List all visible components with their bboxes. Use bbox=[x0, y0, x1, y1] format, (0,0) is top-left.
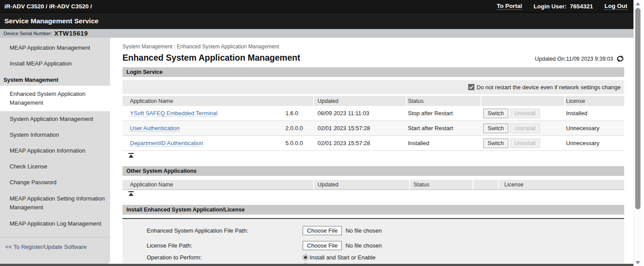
breadcrumb: System Management : Enhanced System Appl… bbox=[122, 44, 624, 50]
login-service-header: Login Service bbox=[122, 67, 624, 77]
scroll-down-arrow-icon[interactable] bbox=[635, 260, 640, 265]
serial-label: Device Serial Number: bbox=[4, 31, 52, 36]
login-service-table-header: Application Name Updated Status License bbox=[122, 96, 624, 106]
app-link-departmentid-authentication[interactable]: DepartmentID Authentication bbox=[130, 140, 203, 147]
main-area: System Management : Enhanced System Appl… bbox=[111, 38, 633, 264]
appbar: Service Management Service bbox=[0, 12, 633, 29]
login-user-value: 7654321 bbox=[570, 3, 593, 10]
column-actions bbox=[481, 96, 565, 106]
table-row: YSoft SAFEQ Embedded Terminal 1.6.0 08/0… bbox=[122, 106, 624, 121]
app-license: Installed bbox=[565, 110, 624, 117]
app-version: 5.0.0.0 bbox=[282, 140, 314, 146]
to-portal-link[interactable]: To Portal bbox=[497, 3, 522, 10]
app-status: Installed bbox=[407, 140, 481, 146]
sidebar-item-meap-application-management[interactable]: MEAP Application Management bbox=[0, 40, 110, 56]
operation-to-perform-label: Operation to Perform: bbox=[147, 254, 303, 261]
sidebar-item-meap-application-log-management[interactable]: MEAP Application Log Management bbox=[0, 216, 110, 232]
app-file-path-label: Enhanced System Application File Path: bbox=[147, 227, 303, 234]
app-updated: 02/01 2023 15:57:28 bbox=[314, 140, 407, 146]
column-actions bbox=[474, 180, 499, 189]
install-form: Enhanced System Application File Path: C… bbox=[122, 218, 624, 263]
column-status: Status bbox=[407, 96, 481, 106]
updated-on-text: Updated On:11/09 2023 9:39:03 bbox=[535, 56, 613, 62]
page-title: Enhanced System Application Management bbox=[122, 53, 300, 63]
app-license: Unnecessary bbox=[565, 125, 624, 131]
radio-install-and-start[interactable] bbox=[303, 255, 308, 260]
sidebar: MEAP Application Management Install MEAP… bbox=[0, 38, 110, 264]
no-file-chosen-text: No file chosen bbox=[345, 242, 381, 249]
radio-only-install[interactable] bbox=[303, 263, 308, 263]
sidebar-section-system-management: System Management bbox=[0, 72, 110, 86]
table-row: User Authentication 2.0.0.0 02/01 2023 1… bbox=[122, 121, 624, 136]
app-updated: 02/01 2023 15:57:28 bbox=[314, 125, 407, 131]
no-restart-checkbox[interactable] bbox=[468, 84, 474, 90]
column-application-name: Application Name bbox=[122, 180, 314, 189]
table-row: DepartmentID Authentication 5.0.0.0 02/0… bbox=[122, 136, 624, 151]
radio-install-and-start-label[interactable]: Install and Start or Enable bbox=[310, 254, 376, 261]
uninstall-button: Uninstall bbox=[510, 138, 540, 148]
uninstall-button: Uninstall bbox=[510, 124, 540, 133]
column-license: License bbox=[565, 96, 624, 106]
titlebar: iR-ADV C3520 / iR-ADV C3520 / To Portal … bbox=[0, 0, 633, 12]
sidebar-divider bbox=[0, 237, 110, 237]
license-file-path-label: License File Path: bbox=[147, 242, 303, 249]
collapse-to-top-icon[interactable] bbox=[128, 191, 134, 197]
column-updated: Updated bbox=[314, 180, 410, 189]
app-title: Service Management Service bbox=[4, 17, 99, 25]
app-link-user-authentication[interactable]: User Authentication bbox=[130, 125, 180, 132]
window-bottom-edge bbox=[0, 264, 633, 266]
choose-file-button-application[interactable]: Choose File bbox=[303, 226, 342, 235]
sidebar-item-check-license[interactable]: Check License bbox=[0, 159, 110, 175]
choose-file-button-license[interactable]: Choose File bbox=[303, 241, 342, 250]
refresh-icon[interactable] bbox=[616, 55, 624, 62]
column-status: Status bbox=[410, 180, 474, 189]
sidebar-item-enhanced-system-application-management[interactable]: Enhanced System Application Management bbox=[0, 86, 110, 111]
app-status: Stop after Restart bbox=[407, 110, 481, 117]
login-user: Login User: 7654321 bbox=[533, 3, 593, 10]
app-license: Unnecessary bbox=[565, 140, 624, 146]
app-version: 1.6.0 bbox=[282, 110, 314, 117]
column-updated: Updated bbox=[314, 96, 407, 106]
scroll-up-arrow-icon[interactable] bbox=[635, 2, 640, 6]
sidebar-item-install-meap-application[interactable]: Install MEAP Application bbox=[0, 56, 110, 72]
sidebar-item-system-application-management[interactable]: System Application Management bbox=[0, 111, 110, 127]
sidebar-item-meap-application-information[interactable]: MEAP Application Information bbox=[0, 143, 110, 159]
no-restart-checkbox-label[interactable]: Do not restart the device even if networ… bbox=[477, 84, 621, 91]
app-updated: 08/09 2023 11:11:03 bbox=[314, 110, 407, 117]
uninstall-button: Uninstall bbox=[510, 109, 540, 118]
app-version: 2.0.0.0 bbox=[282, 125, 314, 131]
serial-value: XTW15619 bbox=[54, 30, 88, 37]
no-file-chosen-text: No file chosen bbox=[345, 227, 381, 234]
collapse-to-top-icon[interactable] bbox=[128, 153, 134, 158]
sidebar-item-system-information[interactable]: System Information bbox=[0, 127, 110, 143]
sidebar-item-change-password[interactable]: Change Password bbox=[0, 175, 110, 190]
sidebar-item-meap-application-setting-information-management[interactable]: MEAP Application Setting Information Man… bbox=[0, 190, 110, 216]
app-link-ysoft-safeq[interactable]: YSoft SAFEQ Embedded Terminal bbox=[130, 110, 217, 117]
switch-button[interactable]: Switch bbox=[483, 138, 508, 148]
sms-window: iR-ADV C3520 / iR-ADV C3520 / To Portal … bbox=[0, 0, 644, 266]
install-section-header: Install Enhanced System Application/Lice… bbox=[122, 205, 624, 215]
register-update-software-link[interactable]: << To Register/Update Software bbox=[0, 238, 110, 255]
column-license: License bbox=[499, 180, 624, 189]
vertical-scrollbar[interactable] bbox=[633, 0, 642, 266]
device-name: iR-ADV C3520 / iR-ADV C3520 / bbox=[4, 3, 92, 10]
column-application-name: Application Name bbox=[122, 96, 314, 106]
serial-bar: Device Serial Number: XTW15619 bbox=[0, 29, 633, 38]
log-out-link[interactable]: Log Out bbox=[604, 3, 627, 10]
scrollbar-thumb[interactable] bbox=[635, 8, 640, 209]
restart-option-row: Do not restart the device even if networ… bbox=[122, 80, 624, 94]
app-status: Start after Restart bbox=[407, 125, 481, 131]
other-system-applications-header: Other System Applications bbox=[122, 166, 624, 176]
switch-button[interactable]: Switch bbox=[483, 124, 508, 133]
other-apps-table-header: Application Name Updated Status License bbox=[122, 180, 624, 190]
radio-only-install-label[interactable]: Only Install bbox=[310, 262, 338, 263]
switch-button[interactable]: Switch bbox=[483, 109, 508, 118]
login-user-label: Login User: bbox=[533, 3, 566, 10]
